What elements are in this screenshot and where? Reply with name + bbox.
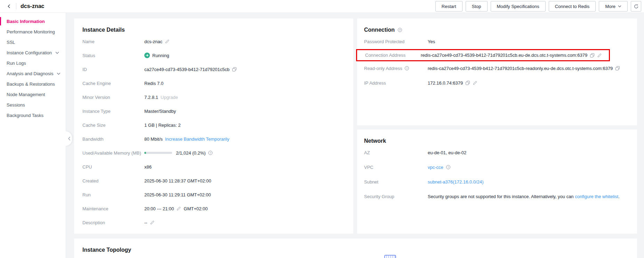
detail-row-cpu: CPU x86 [82,163,345,171]
modify-specifications-button[interactable]: Modify Specifications [491,1,546,11]
copy-readonly-address-icon[interactable] [615,66,620,71]
password-protected-value: Yes [428,39,435,44]
main-content: Instance Details Name dcs-znac Status Ru… [66,13,644,258]
field-label: Maintenance [82,206,144,211]
status-running-icon [144,53,150,58]
field-label: Status [82,53,144,58]
field-label: Run [82,192,144,197]
security-group-suffix: . [618,194,620,199]
more-button[interactable]: More [599,1,628,11]
vpc-link[interactable]: vpc-cce [428,165,443,170]
detail-row-id: ID ca27ce49-cd73-4539-b412-71d79201c5cb [82,65,345,73]
detail-row-bandwidth: Bandwidth 80 Mbit/s Increase Bandwidth T… [82,135,345,143]
connect-to-redis-button[interactable]: Connect to Redis [549,1,596,11]
page-title: dcs-znac [21,3,44,9]
sidebar-item-ssl[interactable]: SSL [0,37,66,47]
edit-name-icon[interactable] [165,39,170,44]
subnet-link[interactable]: subnet-a376(172.16.0.0/24) [428,179,483,185]
increase-bandwidth-link[interactable]: Increase Bandwidth Temporarily [165,136,230,142]
bandwidth-value: 80 Mbit/s [144,136,163,142]
sidebar-item-label: Node Management [7,92,45,97]
sidebar-item-backups-restorations[interactable]: Backups & Restorations [0,79,66,89]
detail-row-maintenance: Maintenance 20:00 --- 21:00 GMT+02:00 [82,205,345,212]
run-value: 2025-06-30 11:29:11 GMT+02:00 [144,192,211,197]
connection-row-readonly-address: Read-only Address ? redis-ca27ce49-cd73-… [364,64,630,72]
sidebar: Basic Information Performance Monitoring… [0,13,66,258]
dcs-instance-detail-page: dcs-znac Restart Stop Modify Specificati… [0,0,644,258]
sidebar-item-label: Run Logs [7,61,26,66]
created-value: 2025-06-30 11:28:37 GMT+02:00 [144,178,211,183]
sidebar-item-label: Instance Configuration [7,50,52,55]
chevron-down-icon [55,52,59,54]
copy-id-icon[interactable] [232,67,237,72]
field-label: Used/Available Memory (MB) [82,150,144,156]
vpc-help-icon[interactable]: ? [446,165,451,170]
upgrade-link[interactable]: Upgrade [161,95,178,100]
edit-ip-address-icon[interactable] [473,80,477,85]
sidebar-item-analysis-and-diagnosis[interactable]: Analysis and Diagnosis [0,68,66,79]
connection-help-icon[interactable]: ? [397,28,402,32]
detail-row-minor-version: Minor Version 7.2.8.1 Upgrade [82,93,345,101]
network-card: Network AZ eu-de-01, eu-de-02 VPC vpc-cc… [357,130,637,234]
refresh-icon [634,4,639,9]
chevron-left-icon [7,4,11,9]
chevron-down-icon [618,5,621,7]
field-label: Cache Size [82,123,144,128]
connection-card: Connection ? Password Protected Yes Conn… [357,18,637,125]
instance-name-value: dcs-znac [144,39,162,44]
cache-size-value: 1 GB | Replicas: 2 [144,123,181,128]
network-row-subnet: Subnet subnet-a376(172.16.0.0/24) [364,178,630,186]
detail-row-cache-size: Cache Size 1 GB | Replicas: 2 [82,121,345,129]
detail-row-instance-type: Instance Type Master/Standby [82,107,345,115]
sidebar-item-run-logs[interactable]: Run Logs [0,58,66,68]
field-label: ID [82,67,144,72]
copy-connection-address-icon[interactable] [590,53,595,58]
instance-details-title: Instance Details [82,27,345,33]
edit-maintenance-icon[interactable] [176,206,181,211]
restart-button[interactable]: Restart [435,1,462,11]
field-label: Instance Type [82,109,144,114]
detail-row-run: Run 2025-06-30 11:29:11 GMT+02:00 [82,191,345,198]
header-actions: Restart Stop Modify Specifications Conne… [435,1,641,11]
copy-ip-address-icon[interactable] [465,80,470,85]
sidebar-item-background-tasks[interactable]: Background Tasks [0,110,66,120]
svg-text:?: ? [406,67,408,70]
sidebar-item-label: Sessions [7,102,25,108]
sidebar-item-instance-configuration[interactable]: Instance Configuration [0,47,66,58]
readonly-address-help-icon[interactable]: ? [404,66,409,71]
network-title: Network [364,138,630,144]
edit-connection-address-icon[interactable] [597,53,602,58]
description-value: -- [144,220,147,225]
detail-row-name: Name dcs-znac [82,38,345,45]
detail-row-created: Created 2025-06-30 11:28:37 GMT+02:00 [82,177,345,185]
sidebar-item-node-management[interactable]: Node Management [0,89,66,100]
connection-title: Connection [364,27,395,33]
more-button-label: More [605,4,615,9]
cache-engine-value: Redis 7.0 [144,81,163,86]
refresh-button[interactable] [631,1,641,11]
sidebar-item-basic-information[interactable]: Basic Information [0,16,66,26]
sidebar-item-label: Basic Information [7,19,45,24]
edit-description-icon[interactable] [150,220,155,225]
memory-help-icon[interactable]: ? [208,150,213,155]
configure-whitelist-link[interactable]: configure the whitelist [575,194,618,199]
sidebar-item-sessions[interactable]: Sessions [0,100,66,110]
svg-text:?: ? [399,29,401,32]
status-value: Running [152,53,169,58]
topology-node [384,255,396,258]
maintenance-timezone: GMT+02:00 [184,206,208,211]
sidebar-item-performance-monitoring[interactable]: Performance Monitoring [0,26,66,37]
readonly-address-value: redis-ca27ce49-cd73-4539-b412-71d79201c5… [428,66,613,71]
chevron-left-icon [68,136,71,141]
detail-row-cache-engine: Cache Engine Redis 7.0 [82,79,345,87]
field-label: Description [82,220,144,225]
network-row-vpc: VPC vpc-cce ? [364,163,630,171]
connection-address-value: redis-ca27ce49-cd73-4539-b412-71d79201c5… [421,53,587,58]
field-label: Minor Version [82,95,144,100]
field-label: Security Group [364,194,428,199]
security-group-text: Security groups are not supported for th… [428,194,575,199]
chevron-down-icon [57,72,61,75]
back-button[interactable] [6,3,13,10]
stop-button[interactable]: Stop [466,1,488,11]
field-label: Subnet [364,179,428,185]
